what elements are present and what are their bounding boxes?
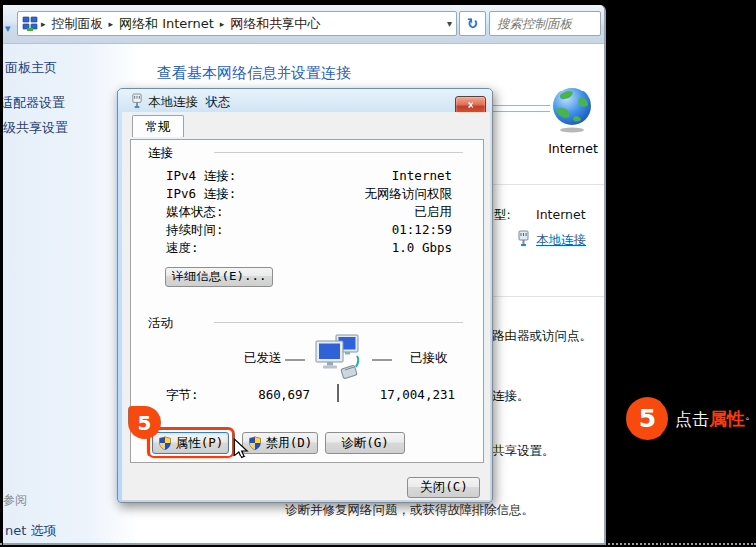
address-toolbar: ▾ ▸ 控制面板 ▸ 网络和 Internet ▸ 网络和共享中心 — [3, 5, 604, 44]
sidebar: 面板主页 适配器设置 级共享设置 参阅 net 选项 — [3, 44, 135, 543]
ethernet-plug-icon — [517, 230, 530, 251]
search-box — [489, 11, 601, 36]
address-bar[interactable]: ▸ 控制面板 ▸ 网络和 Internet ▸ 网络和共享中心 ▾ — [17, 11, 457, 36]
annotation-target: 属性 — [709, 408, 745, 429]
text-fragment: 共享设置。 — [492, 443, 555, 459]
page-title: 查看基本网络信息并设置连接 — [157, 64, 351, 83]
group-line — [214, 322, 463, 326]
sidebar-item-internet-options[interactable]: net 选项 — [5, 522, 56, 540]
sidebar-item-change-adapter-settings[interactable]: 适配器设置 — [3, 94, 65, 112]
breadcrumb-network-internet[interactable]: 网络和 Internet — [116, 15, 217, 33]
dialog-title: 本地连接 状态 — [148, 94, 231, 111]
annotation-action: 点击 — [675, 409, 709, 429]
detail-label: IPv4 连接: — [166, 168, 236, 185]
refresh-icon: ↻ — [467, 15, 479, 33]
detail-value: 1.0 Gbps — [392, 240, 452, 255]
details-button[interactable]: 详细信息(E)... — [165, 267, 273, 287]
annotation-highlight-box — [147, 427, 235, 458]
access-type-value: Internet — [536, 207, 586, 222]
panel-separator — [492, 296, 604, 297]
detail-label: 持续时间: — [166, 222, 224, 239]
history-dropdown-icon[interactable]: ▾ — [5, 22, 11, 35]
group-connection-label: 连接 — [148, 145, 173, 162]
internet-node-label: Internet — [540, 141, 606, 156]
annotation-text: 点击属性。 — [675, 407, 756, 431]
detail-value: Internet — [392, 168, 452, 183]
diagnose-description: 诊断并修复网络问题，或获得故障排除信息。 — [285, 502, 534, 519]
connection-status-dialog: 本地连接 状态 × 常规 连接 IPv4 连接:Internet IPv6 连接… — [117, 88, 493, 503]
refresh-button[interactable]: ↻ — [459, 11, 486, 36]
uac-shield-icon — [248, 436, 262, 450]
bytes-label: 字节: — [166, 387, 199, 404]
activity-dash — [285, 359, 305, 361]
bytes-sent-value: 860,697 — [211, 387, 310, 402]
step-badge: 5 — [128, 406, 161, 439]
computers-activity-icon — [312, 333, 362, 391]
detail-value: 01:12:59 — [392, 222, 452, 237]
breadcrumb-control-panel[interactable]: 控制面板 — [49, 15, 106, 33]
address-dropdown-icon[interactable]: ▾ — [447, 18, 452, 29]
annotation-period: 。 — [745, 408, 756, 422]
diagnose-button[interactable]: 诊断(G) — [325, 432, 405, 454]
bytes-divider — [337, 384, 339, 402]
breadcrumb-network-sharing-center[interactable]: 网络和共享中心 — [227, 15, 323, 33]
breadcrumb-separator-icon: ▸ — [108, 19, 115, 29]
tab-page: 连接 IPv4 连接:Internet IPv6 连接:无网络访问权限 媒体状态… — [130, 139, 484, 463]
detail-label: IPv6 连接: — [166, 186, 236, 203]
annotation: 5 点击属性。 — [626, 397, 756, 440]
internet-globe-icon — [550, 85, 594, 138]
activity-dash — [372, 359, 392, 361]
screenshot-stage: ▾ ▸ 控制面板 ▸ 网络和 Internet ▸ 网络和共享中心 — [0, 0, 756, 547]
bytes-received-value: 17,004,231 — [355, 387, 455, 402]
sidebar-item-advanced-sharing-settings[interactable]: 级共享设置 — [3, 119, 68, 137]
group-activity-label: 活动 — [148, 315, 173, 332]
disable-button-label: 禁用(D) — [266, 435, 313, 452]
tab-general[interactable]: 常规 — [132, 115, 184, 137]
network-map-line — [492, 105, 550, 112]
breadcrumb-separator-icon: ▸ — [219, 19, 226, 29]
ethernet-plug-icon — [131, 93, 143, 113]
detail-value: 无网络访问权限 — [365, 186, 453, 203]
disable-button[interactable]: 禁用(D) — [242, 432, 318, 454]
detail-label: 速度: — [166, 240, 199, 257]
breadcrumb-separator-icon: ▸ — [40, 19, 47, 29]
detail-label: 媒体状态: — [166, 204, 224, 221]
panel-separator — [492, 184, 604, 185]
network-center-icon — [22, 16, 38, 32]
dialog-close-button[interactable]: 关闭(C) — [407, 477, 480, 498]
sent-label: 已发送 — [244, 350, 282, 367]
mouse-cursor-icon — [233, 438, 249, 463]
group-line — [214, 152, 463, 156]
close-icon: × — [467, 98, 473, 112]
text-fragment: 连接。 — [492, 388, 530, 405]
annotation-step-badge: 5 — [626, 397, 668, 440]
detail-value: 已启用 — [415, 204, 453, 221]
access-type-label: 型: — [494, 207, 511, 224]
screenshot-bottom-edge — [0, 543, 756, 545]
received-label: 已接收 — [410, 350, 448, 367]
sidebar-item-control-panel-home[interactable]: 面板主页 — [5, 59, 57, 77]
search-input[interactable] — [490, 12, 600, 35]
sidebar-see-also-header: 参阅 — [3, 492, 27, 509]
local-connection-link[interactable]: 本地连接 — [536, 232, 586, 249]
text-fragment: 路由器或访问点。 — [492, 328, 592, 345]
